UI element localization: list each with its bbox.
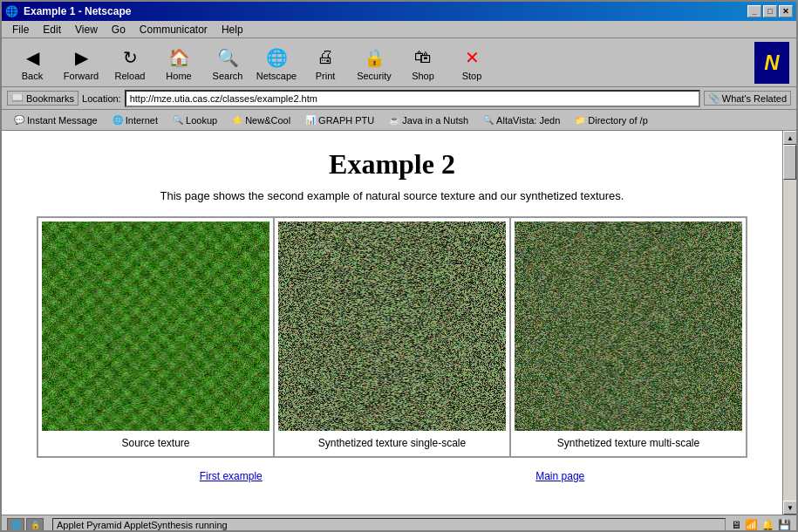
status-right-icons: 🖥 📶 🔔 💾 <box>731 519 791 531</box>
ql-newcool-label: New&Cool <box>245 115 290 126</box>
source-texture-label: Source texture <box>42 433 269 453</box>
ql-altavista[interactable]: 🔍 AltaVista: Jedn <box>476 113 566 128</box>
forward-button[interactable]: ▶ Forward <box>58 42 105 84</box>
location-label: Location: <box>82 93 121 104</box>
netscape-button[interactable]: 🌐 Netscape <box>253 42 300 84</box>
ql-java[interactable]: ☕ Java in a Nutsh <box>382 113 474 128</box>
location-bar: 📖 Bookmarks Location: 📎 What's Related <box>2 87 796 110</box>
menu-go[interactable]: Go <box>105 22 133 38</box>
ql-graph-ptu-label: GRAPH PTU <box>318 115 374 126</box>
ql-instant-message[interactable]: 💬 Instant Message <box>7 113 104 128</box>
vertical-scrollbar[interactable]: ▲ ▼ <box>782 131 796 515</box>
source-texture-canvas <box>42 222 269 431</box>
status-icons: 🌐 🔒 <box>7 518 44 532</box>
reload-button[interactable]: ↻ Reload <box>106 42 153 84</box>
shop-icon: 🛍 <box>409 44 437 71</box>
links-section: First example Main page <box>28 470 756 482</box>
multi-scale-texture-canvas <box>515 222 742 431</box>
back-button[interactable]: ◀ Back <box>9 42 56 84</box>
ql-altavista-label: AltaVista: Jedn <box>496 115 560 126</box>
altavista-icon: 🔍 <box>482 114 494 126</box>
reload-label: Reload <box>115 71 146 81</box>
home-label: Home <box>166 71 191 81</box>
menu-help[interactable]: Help <box>215 22 250 38</box>
single-scale-texture-canvas <box>278 222 506 431</box>
status-bar: 🌐 🔒 Applet Pyramid AppletSynthesis runni… <box>2 515 796 532</box>
window-title: Example 1 - Netscape <box>24 5 131 17</box>
stop-button[interactable]: ✕ Stop <box>448 42 495 84</box>
ql-internet-label: Internet <box>126 115 158 126</box>
ql-graph-ptu[interactable]: 📊 GRAPH PTU <box>298 113 380 128</box>
ql-instant-message-label: Instant Message <box>27 115 98 126</box>
print-icon: 🖨 <box>311 44 339 71</box>
search-label: Search <box>213 71 243 81</box>
instant-message-icon: 💬 <box>13 114 25 126</box>
ql-directory[interactable]: 📁 Directory of /p <box>568 113 653 128</box>
whats-related-label: What's Related <box>722 93 787 104</box>
quicklinks-bar: 💬 Instant Message 🌐 Internet 🔍 Lookup ⭐ … <box>2 110 796 131</box>
netscape-icon: 🌐 <box>263 44 290 71</box>
minimize-button[interactable]: _ <box>747 5 761 17</box>
scroll-up-button[interactable]: ▲ <box>783 131 797 145</box>
title-bar-title: 🌐 Example 1 - Netscape <box>5 5 131 17</box>
ql-internet[interactable]: 🌐 Internet <box>106 113 164 128</box>
scroll-down-button[interactable]: ▼ <box>783 501 797 515</box>
newcool-icon: ⭐ <box>231 114 243 126</box>
menu-edit[interactable]: Edit <box>36 22 68 38</box>
main-area: Example 2 This page shows the second exa… <box>2 131 796 515</box>
ql-newcool[interactable]: ⭐ New&Cool <box>225 113 297 128</box>
status-right-icon-2: 📶 <box>745 519 758 531</box>
ql-lookup-label: Lookup <box>186 115 217 126</box>
internet-icon: 🌐 <box>112 114 124 126</box>
forward-icon: ▶ <box>67 44 95 71</box>
main-page-link[interactable]: Main page <box>535 470 584 482</box>
menu-file[interactable]: File <box>5 22 36 38</box>
bookmarks-icon: 📖 <box>11 92 24 104</box>
bookmarks-button[interactable]: 📖 Bookmarks <box>7 91 78 106</box>
search-icon: 🔍 <box>214 44 242 71</box>
stop-icon: ✕ <box>458 44 486 71</box>
netscape-logo: N <box>754 42 789 84</box>
menu-view[interactable]: View <box>68 22 105 38</box>
search-button[interactable]: 🔍 Search <box>204 42 251 84</box>
lookup-icon: 🔍 <box>172 114 184 126</box>
scroll-thumb[interactable] <box>783 145 796 180</box>
status-icon-1: 🌐 <box>7 518 24 532</box>
home-icon: 🏠 <box>165 44 193 71</box>
title-bar: 🌐 Example 1 - Netscape _ □ ✕ <box>2 2 796 21</box>
directory-icon: 📁 <box>574 114 586 126</box>
security-button[interactable]: 🔒 Security <box>351 42 398 84</box>
status-text: Applet Pyramid AppletSynthesis running <box>52 518 726 532</box>
menu-bar: File Edit View Go Communicator Help <box>2 21 796 38</box>
home-button[interactable]: 🏠 Home <box>155 42 202 84</box>
ql-java-label: Java in a Nutsh <box>402 115 468 126</box>
ql-lookup[interactable]: 🔍 Lookup <box>166 113 223 128</box>
page-subtitle: This page shows the second example of na… <box>28 189 756 202</box>
image-cell-single: Synthetized texture single-scale <box>274 217 510 457</box>
multi-scale-label: Synthetized texture multi-scale <box>515 433 742 453</box>
back-icon: ◀ <box>18 44 46 71</box>
close-button[interactable]: ✕ <box>779 5 793 17</box>
single-scale-label: Synthetized texture single-scale <box>278 433 506 453</box>
content-area: Example 2 This page shows the second exa… <box>2 131 782 515</box>
scroll-track[interactable] <box>783 145 796 501</box>
print-button[interactable]: 🖨 Print <box>302 42 349 84</box>
images-grid: Source texture Synthetized texture singl… <box>37 216 747 458</box>
whats-related-button[interactable]: 📎 What's Related <box>704 91 791 106</box>
ql-directory-label: Directory of /p <box>588 115 647 126</box>
app-icon: 🌐 <box>5 5 18 17</box>
graph-ptu-icon: 📊 <box>304 114 317 126</box>
reload-icon: ↻ <box>116 44 144 71</box>
status-right-icon-4: 💾 <box>778 519 791 531</box>
shop-button[interactable]: 🛍 Shop <box>399 42 447 84</box>
page-content: Example 2 This page shows the second exa… <box>2 131 782 500</box>
image-cell-multi: Synthetized texture multi-scale <box>510 217 747 457</box>
netscape-label: Netscape <box>256 71 297 81</box>
java-icon: ☕ <box>388 114 400 126</box>
first-example-link[interactable]: First example <box>200 470 263 482</box>
maximize-button[interactable]: □ <box>763 5 777 17</box>
status-right-icon-3: 🔔 <box>761 519 774 531</box>
print-label: Print <box>316 71 336 81</box>
location-input[interactable] <box>125 90 700 107</box>
menu-communicator[interactable]: Communicator <box>133 22 215 38</box>
